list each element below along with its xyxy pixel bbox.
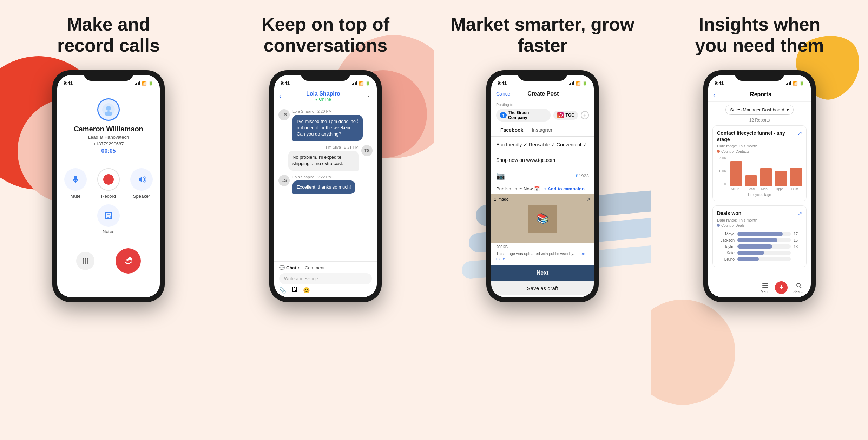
phone-3-wrapper: 9:41 📶 🔋 Cancel Create Post [486, 70, 599, 302]
report-card-2: Deals won ↗ Date range: This month Count… [712, 205, 807, 267]
report-card-2-header: Deals won ↗ [717, 210, 802, 217]
legend-dot-2 [717, 224, 720, 227]
chat-bubble-dots-3: ⋮ [348, 183, 353, 190]
publish-campaign-row: Publish time: Now 📅 + Add to campaign [491, 183, 594, 194]
chat-bubble-3: Excellent, thanks so much! ⋮ [292, 180, 355, 194]
panel-2-title: Keep on top ofconversations [262, 14, 389, 56]
bar-2: Lead [745, 175, 757, 191]
speaker-button[interactable]: Speaker [130, 168, 153, 199]
notes-button[interactable]: Notes [97, 204, 120, 234]
image-icon[interactable]: 🖼 [292, 287, 297, 294]
bar-3: Mark... [760, 168, 772, 191]
posting-to-label: Posting to [496, 103, 589, 107]
chat-message-2: TS Tim Silva 2:21 PM No problem, I'll ex… [278, 145, 373, 170]
add-account-button[interactable]: + [581, 111, 589, 119]
chat-bubble-wrap-1: Lola Shapiro 2:20 PM I've missed the 1pm… [292, 109, 363, 141]
menu-nav-item[interactable]: Menu [758, 281, 772, 295]
remove-image-button[interactable]: ✕ [587, 196, 591, 202]
deco-circle-5 [651, 300, 735, 405]
add-button[interactable]: + [775, 281, 788, 294]
facebook-account[interactable]: f The Green Company [496, 109, 551, 122]
legend-label-2: Count of Deals [721, 224, 744, 228]
status-icons-2: 📶 🔋 [352, 81, 370, 86]
chat-tabs: 💬 Chat ▾ Comment [279, 265, 372, 270]
chat-screen-content: ‹ Lola Shapiro ● Online ⋮ LS Lola Shapir… [274, 88, 377, 297]
tab-facebook[interactable]: Facebook [496, 124, 527, 136]
battery-icon-1: 🔋 [148, 81, 153, 86]
chat-bubble-2: No problem, I'll expedite shipping at no… [288, 151, 359, 170]
report-card-1-title: Contact lifecycle funnel - any stage [717, 130, 787, 143]
reports-back-button[interactable]: ‹ [713, 91, 716, 99]
svg-point-10 [83, 258, 84, 260]
svg-point-11 [85, 258, 86, 260]
chevron-down-icon: ▾ [787, 107, 789, 112]
expand-icon-1[interactable]: ↗ [797, 130, 802, 137]
post-image-area: 📚 1 image ✕ [491, 194, 594, 243]
post-content-area[interactable]: Eco friendly ✓ Reusable ✓ Convenient ✓Sh… [491, 137, 594, 169]
emoji-icon[interactable]: 😊 [303, 287, 310, 294]
record-button[interactable]: Record [97, 168, 120, 199]
report-1-legend: Count of Contacts [717, 150, 802, 153]
report-2-date: Date range: This month [717, 218, 802, 222]
chat-input-icons: 📎 🖼 😊 [279, 287, 372, 294]
call-controls: Mute Record [64, 168, 153, 199]
hangup-button[interactable] [116, 248, 141, 274]
cancel-button[interactable]: Cancel [496, 91, 512, 97]
phone-2-wrapper: 9:41 📶 🔋 ‹ Lola Shapiro ● Onl [269, 70, 382, 302]
add-to-campaign-button[interactable]: + Add to campaign [544, 186, 585, 191]
report-1-date: Date range: This month [717, 144, 802, 148]
next-button[interactable]: Next [491, 265, 594, 281]
grid-button[interactable] [76, 252, 94, 270]
wifi-icon-1: 📶 [142, 81, 147, 86]
battery-icon-2: 🔋 [365, 81, 370, 86]
panel-calls: Make andrecord calls 9:41 📶 🔋 [0, 0, 217, 440]
instagram-account[interactable]: ◯ TGC [553, 111, 578, 120]
phone-2-screen: 9:41 📶 🔋 ‹ Lola Shapiro ● Onl [274, 75, 377, 297]
image-count-label: 1 image [494, 197, 508, 201]
dashboard-dropdown[interactable]: Sales Manager Dashboard ▾ [725, 105, 794, 115]
report-2-legend: Count of Deals [717, 224, 802, 228]
mute-button[interactable]: Mute [64, 168, 87, 199]
chat-tab-chat[interactable]: 💬 Chat ▾ [279, 265, 299, 270]
svg-rect-22 [762, 285, 768, 286]
svg-rect-21 [762, 283, 768, 284]
svg-point-14 [85, 260, 86, 262]
phone-3-frame: 9:41 📶 🔋 Cancel Create Post [486, 70, 599, 302]
camera-icon[interactable]: 📷 [496, 172, 505, 180]
chat-bubble-dots-1: ⋮ [355, 118, 360, 125]
wifi-icon-3: 📶 [576, 81, 581, 86]
save-as-draft-button[interactable]: Save as draft [491, 281, 594, 295]
chat-avatar-lola-1: LS [278, 109, 290, 120]
chat-user-info: Lola Shapiro ● Online [306, 91, 340, 102]
hbar-row-4: Kate [717, 251, 802, 255]
signal-icon-4 [786, 81, 791, 85]
chat-back-button[interactable]: ‹ [279, 92, 282, 100]
record-label: Record [101, 193, 116, 199]
chat-bubble-wrap-3: Lola Shapiro 2:22 PM Excellent, thanks s… [292, 175, 355, 194]
call-phone: +18779290687 [93, 141, 124, 146]
svg-line-25 [800, 287, 801, 288]
phone-4-wrapper: 9:41 📶 🔋 ‹ Reports [703, 70, 816, 302]
chat-msg-header-3: Lola Shapiro 2:22 PM [292, 175, 355, 179]
attachment-icon[interactable]: 📎 [279, 287, 286, 294]
call-avatar [97, 98, 120, 121]
search-nav-item[interactable]: Search [790, 281, 807, 295]
chat-message-input[interactable]: Write a message [279, 273, 372, 284]
chat-header: ‹ Lola Shapiro ● Online ⋮ [274, 88, 377, 105]
create-post-screen: Cancel Create Post Posting to f The Gree… [491, 88, 594, 297]
chat-tab-comment[interactable]: Comment [305, 265, 324, 270]
svg-rect-23 [762, 287, 768, 288]
record-dot [103, 174, 114, 185]
phone-1-notch [84, 70, 133, 81]
svg-point-24 [797, 283, 800, 287]
speaker-icon-circle [130, 168, 153, 191]
tab-instagram[interactable]: Instagram [527, 124, 558, 136]
signal-icon-2 [352, 81, 357, 85]
chat-menu-button[interactable]: ⋮ [365, 92, 372, 100]
menu-nav-label: Menu [761, 290, 769, 294]
chat-input-area: 💬 Chat ▾ Comment Write a message [274, 261, 377, 297]
battery-icon-3: 🔋 [582, 81, 587, 86]
chat-bubble-1: I've missed the 1pm deadline but need it… [292, 115, 363, 141]
expand-icon-2[interactable]: ↗ [797, 210, 802, 217]
mute-icon-circle [64, 168, 87, 191]
